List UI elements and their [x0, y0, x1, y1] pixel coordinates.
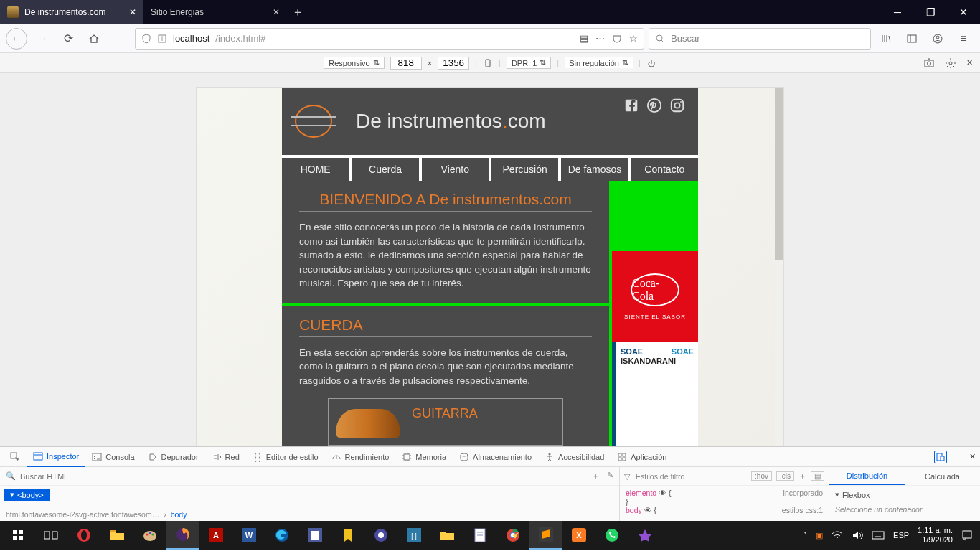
tab-performance[interactable]: Rendimiento [326, 447, 395, 467]
tab-computed[interactable]: Calculada [905, 467, 980, 485]
dom-search-input[interactable] [20, 472, 588, 481]
hov-toggle[interactable]: :hov [751, 471, 772, 481]
app-paint-icon[interactable] [133, 521, 166, 550]
tray-volume-icon[interactable] [852, 530, 863, 540]
app-acrobat-icon[interactable]: A [199, 521, 232, 550]
start-button[interactable] [1, 521, 34, 550]
app-chrome-icon[interactable] [496, 521, 529, 550]
tab-console[interactable]: Consola [86, 447, 140, 467]
dpr-select[interactable]: DPR: 1 ⇅ [507, 57, 551, 69]
menu-icon[interactable]: ≡ [953, 28, 974, 50]
tray-xampp-icon[interactable]: ▣ [816, 531, 823, 540]
throttle-select[interactable]: Sin regulación ⇅ [565, 57, 633, 68]
print-media-icon[interactable]: ▤ [811, 471, 824, 481]
tab-debugger[interactable]: Depurador [142, 447, 204, 467]
tray-chevron-icon[interactable]: ˄ [803, 531, 807, 540]
tray-lang[interactable]: ESP [893, 531, 909, 540]
selected-node[interactable]: ▾ <body> [4, 489, 50, 501]
minimize-button[interactable]: ─ [881, 0, 914, 24]
meatballs-icon[interactable]: ⋯ [954, 452, 962, 461]
tab-memory[interactable]: Memoria [396, 447, 452, 467]
viewport-height-input[interactable] [438, 57, 469, 70]
app-xampp-icon[interactable]: X [562, 521, 595, 550]
home-button[interactable] [83, 28, 105, 50]
account-icon[interactable] [927, 28, 948, 50]
device-select[interactable]: Responsivo ⇅ [324, 57, 384, 69]
facebook-icon[interactable] [623, 98, 639, 113]
browser-tab[interactable]: Sitio Energias ✕ [143, 0, 287, 24]
breadcrumb[interactable]: html.fontawesome-i2svg-active.fontawesom… [0, 507, 619, 521]
nav-cuerda[interactable]: Cuerda [352, 158, 418, 181]
app-opera-icon[interactable] [67, 521, 100, 550]
nav-percusion[interactable]: Percusión [491, 158, 558, 181]
ad-cocacola[interactable]: Coca-Cola SIENTE EL SABOR [612, 251, 698, 342]
url-bar[interactable]: i localhost/index.html# ▤ ⋯ ☆ [135, 28, 644, 50]
app-explorer-icon[interactable] [430, 521, 463, 550]
ad-soae[interactable]: SOAESOAE ISKANDARANI [612, 342, 698, 446]
settings-icon[interactable] [945, 57, 956, 69]
app-explorer-icon[interactable] [100, 521, 133, 550]
back-button[interactable]: ← [6, 28, 27, 50]
flexbox-section[interactable]: ▾ Flexbox [835, 490, 974, 499]
tab-application[interactable]: Aplicación [611, 447, 672, 467]
close-rdm-icon[interactable]: ✕ [966, 58, 973, 67]
picker-icon[interactable] [4, 447, 26, 467]
rotate-icon[interactable] [483, 58, 493, 68]
app-sublime-icon[interactable] [529, 521, 562, 550]
app-generic-icon[interactable] [298, 521, 331, 550]
nav-famosos[interactable]: De famosos [561, 158, 628, 181]
app-word-icon[interactable]: W [232, 521, 265, 550]
app-generic-icon[interactable] [331, 521, 364, 550]
cls-toggle[interactable]: .cls [776, 471, 794, 481]
tab-accessibility[interactable]: Accesibilidad [539, 447, 610, 467]
close-tab-icon[interactable]: ✕ [129, 7, 136, 17]
reload-button[interactable]: ⟳ [57, 28, 79, 50]
bookmark-icon[interactable]: ☆ [629, 33, 638, 44]
close-tab-icon[interactable]: ✕ [273, 7, 280, 17]
tab-storage[interactable]: Almacenamiento [453, 447, 537, 467]
nav-home[interactable]: HOME [282, 158, 349, 181]
tab-layout[interactable]: Distribución [829, 467, 905, 485]
tray-clock[interactable]: 1:11 a. m. 1/9/2020 [918, 526, 953, 545]
library-icon[interactable] [875, 28, 897, 50]
new-tab-button[interactable]: ＋ [287, 0, 308, 24]
app-brackets-icon[interactable]: [ ] [397, 521, 430, 550]
app-edge-icon[interactable] [265, 521, 298, 550]
touch-icon[interactable] [646, 58, 656, 68]
nav-contacto[interactable]: Contacto [631, 158, 698, 181]
forward-button[interactable]: → [32, 28, 53, 50]
app-generic-icon[interactable] [628, 521, 661, 550]
task-view-icon[interactable] [34, 521, 67, 550]
app-generic-icon[interactable] [364, 521, 397, 550]
add-icon[interactable]: ＋ [592, 471, 600, 481]
close-devtools-icon[interactable]: ✕ [969, 452, 976, 461]
device-scrollbar[interactable] [775, 88, 783, 446]
app-firefox-icon[interactable] [166, 521, 199, 550]
meatballs-icon[interactable]: ⋯ [595, 33, 605, 44]
tray-keyboard-icon[interactable] [872, 531, 885, 540]
close-window-button[interactable]: ✕ [947, 0, 980, 24]
nav-viento[interactable]: Viento [422, 158, 489, 181]
tray-notifications-icon[interactable] [961, 529, 973, 541]
pinterest-icon[interactable] [646, 98, 662, 113]
responsive-mode-icon[interactable] [934, 451, 947, 463]
tray-wifi-icon[interactable] [831, 530, 843, 540]
screenshot-icon[interactable] [923, 57, 935, 69]
styles-filter[interactable]: Estilos de filtro [636, 472, 684, 481]
browser-tab[interactable]: De instrumentos.com ✕ [0, 0, 143, 24]
viewport-width-input[interactable] [390, 57, 422, 70]
add-rule-icon[interactable]: ＋ [798, 471, 806, 481]
app-whatsapp-icon[interactable] [595, 521, 628, 550]
eyedropper-icon[interactable]: ✎ [607, 471, 613, 481]
tab-inspector[interactable]: Inspector [27, 447, 85, 467]
instagram-icon[interactable] [669, 98, 685, 113]
pocket-icon[interactable] [612, 34, 622, 44]
app-notepad-icon[interactable] [463, 521, 496, 550]
reader-icon[interactable]: ▤ [580, 33, 588, 44]
search-bar[interactable]: Buscar [649, 28, 871, 50]
svg-rect-37 [110, 530, 116, 532]
tab-style-editor[interactable]: Editor de estilo [247, 447, 324, 467]
sidebar-icon[interactable] [901, 28, 923, 50]
tab-network[interactable]: Red [206, 447, 245, 467]
maximize-button[interactable]: ❐ [914, 0, 947, 24]
